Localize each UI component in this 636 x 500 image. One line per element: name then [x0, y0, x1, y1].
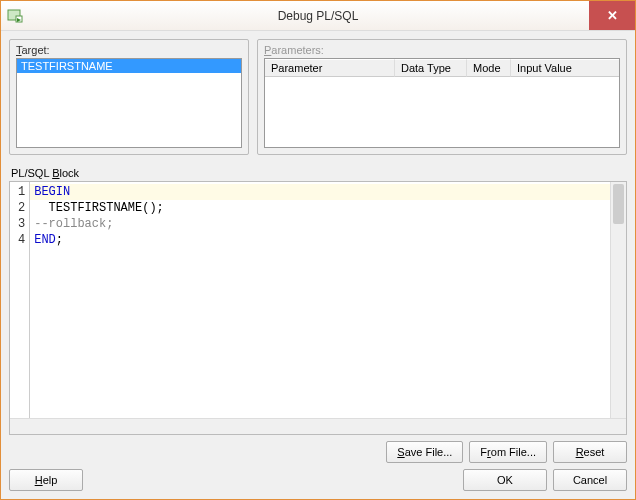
reset-button[interactable]: Reset [553, 441, 627, 463]
help-button[interactable]: Help [9, 469, 83, 491]
target-item[interactable]: TESTFIRSTNAME [17, 59, 241, 73]
parameters-table[interactable]: Parameter Data Type Mode Input Value [264, 58, 620, 148]
parameters-panel: Parameters: Parameter Data Type Mode Inp… [257, 39, 627, 155]
vertical-scrollbar[interactable] [610, 182, 626, 418]
dialog-content: Target: TESTFIRSTNAME Parameters: Parame… [1, 31, 635, 499]
block-label: PL/SQL Block [11, 167, 627, 179]
app-icon [7, 8, 23, 24]
col-input-value[interactable]: Input Value [511, 59, 619, 77]
window-title: Debug PL/SQL [1, 9, 635, 23]
target-label: Target: [16, 44, 242, 56]
target-listbox[interactable]: TESTFIRSTNAME [16, 58, 242, 148]
ok-button[interactable]: OK [463, 469, 547, 491]
title-bar: Debug PL/SQL ✕ [1, 1, 635, 31]
code-editor[interactable]: 1 2 3 4 BEGIN TESTFIRSTNAME(); --rollbac… [9, 181, 627, 435]
col-parameter[interactable]: Parameter [265, 59, 395, 77]
close-button[interactable]: ✕ [589, 1, 635, 30]
col-mode[interactable]: Mode [467, 59, 511, 77]
parameters-label: Parameters: [264, 44, 620, 56]
parameters-header: Parameter Data Type Mode Input Value [265, 59, 619, 77]
code-area[interactable]: BEGIN TESTFIRSTNAME(); --rollback; END; [30, 182, 610, 418]
col-data-type[interactable]: Data Type [395, 59, 467, 77]
target-panel: Target: TESTFIRSTNAME [9, 39, 249, 155]
save-file-button[interactable]: Save File... [386, 441, 463, 463]
cancel-button[interactable]: Cancel [553, 469, 627, 491]
close-icon: ✕ [607, 8, 618, 23]
from-file-button[interactable]: From File... [469, 441, 547, 463]
line-gutter: 1 2 3 4 [10, 182, 30, 418]
horizontal-scrollbar[interactable] [10, 418, 626, 434]
